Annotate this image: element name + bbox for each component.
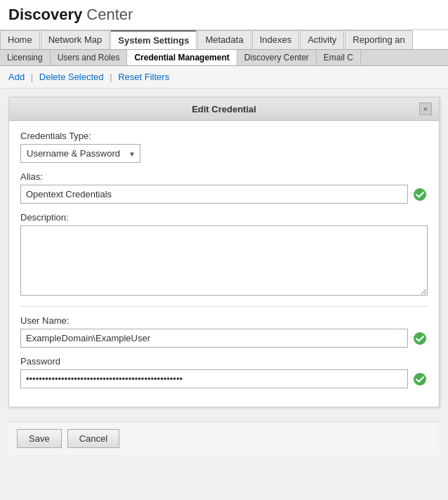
reset-filters-link[interactable]: Reset Filters xyxy=(118,72,169,82)
alias-group: Alias: xyxy=(20,171,428,204)
delete-selected-link[interactable]: Delete Selected xyxy=(39,72,104,82)
nav-indexes[interactable]: Indexes xyxy=(252,30,300,49)
description-textarea[interactable] xyxy=(20,225,428,296)
alias-row xyxy=(20,185,428,204)
separator-2: | xyxy=(110,72,112,82)
username-valid-icon xyxy=(412,331,428,346)
username-label: User Name: xyxy=(20,315,428,326)
app-title-bold: Discovery xyxy=(8,6,82,23)
subnav-users-roles[interactable]: Users and Roles xyxy=(51,50,128,65)
credentials-type-select[interactable]: Username & Password SSH Key API Token xyxy=(20,144,140,163)
app-header: Discovery Center xyxy=(0,0,448,30)
dialog-header: Edit Credential × xyxy=(9,98,439,121)
primary-nav: Home Network Map System Settings Metadat… xyxy=(0,30,448,50)
dialog-title: Edit Credential xyxy=(29,104,419,114)
dialog-close-button[interactable]: × xyxy=(419,103,432,115)
add-link[interactable]: Add xyxy=(8,72,25,82)
action-bar: Add | Delete Selected | Reset Filters xyxy=(0,66,448,88)
password-valid-icon xyxy=(412,371,428,387)
credentials-type-select-wrapper: Username & Password SSH Key API Token ▼ xyxy=(20,144,140,163)
description-label: Description: xyxy=(20,212,428,223)
secondary-nav: Licensing Users and Roles Credential Man… xyxy=(0,50,448,66)
dialog-body: Credentials Type: Username & Password SS… xyxy=(9,121,439,407)
save-button[interactable]: Save xyxy=(17,429,62,448)
credentials-type-group: Credentials Type: Username & Password SS… xyxy=(20,131,428,163)
subnav-discovery-center[interactable]: Discovery Center xyxy=(237,50,317,65)
subnav-email[interactable]: Email C xyxy=(317,50,361,65)
username-input[interactable] xyxy=(20,329,408,348)
nav-activity[interactable]: Activity xyxy=(300,30,344,49)
edit-credential-dialog: Edit Credential × Credentials Type: User… xyxy=(8,97,440,407)
nav-home[interactable]: Home xyxy=(0,30,40,49)
app-title-rest: Center xyxy=(82,6,133,23)
username-group: User Name: xyxy=(20,315,428,348)
description-group: Description: xyxy=(20,212,428,298)
app-title: Discovery Center xyxy=(8,6,440,24)
password-label: Password xyxy=(20,356,428,367)
subnav-licensing[interactable]: Licensing xyxy=(0,50,51,65)
password-input[interactable] xyxy=(20,369,408,388)
nav-metadata[interactable]: Metadata xyxy=(197,30,251,49)
form-divider xyxy=(20,306,428,307)
alias-label: Alias: xyxy=(20,171,428,182)
cancel-button[interactable]: Cancel xyxy=(67,429,119,448)
alias-valid-icon xyxy=(412,187,428,202)
svg-point-0 xyxy=(414,188,426,201)
subnav-credential-management[interactable]: Credential Management xyxy=(127,50,237,65)
credentials-type-label: Credentials Type: xyxy=(20,131,428,141)
nav-network-map[interactable]: Network Map xyxy=(41,30,110,49)
password-row xyxy=(20,369,428,388)
alias-input[interactable] xyxy=(20,185,408,204)
dialog-footer: Save Cancel xyxy=(8,421,440,455)
main-content: Edit Credential × Credentials Type: User… xyxy=(0,88,448,463)
nav-reporting[interactable]: Reporting an xyxy=(345,30,412,49)
password-group: Password xyxy=(20,356,428,388)
page-bottom-spacer xyxy=(8,407,440,421)
svg-point-1 xyxy=(414,332,426,345)
svg-point-2 xyxy=(414,373,426,386)
separator-1: | xyxy=(31,72,33,82)
nav-system-settings[interactable]: System Settings xyxy=(110,30,197,49)
username-row xyxy=(20,329,428,348)
